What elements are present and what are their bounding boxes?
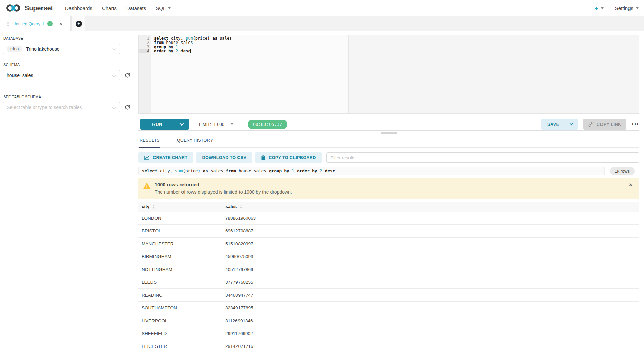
table-cell: 29911769902: [222, 327, 639, 340]
editor-code-lines: select city, sum(price) as salesfrom hou…: [154, 36, 639, 53]
close-tab-icon[interactable]: ✕: [59, 21, 63, 26]
editor-toolbar: RUN LIMIT: 1 000 00:00:05.37 SAVE: [138, 119, 639, 130]
close-alert-icon[interactable]: ✕: [629, 182, 633, 187]
create-chart-button[interactable]: CREATE CHART: [138, 152, 193, 163]
sort-icon[interactable]: [240, 205, 242, 209]
clipboard-icon: [261, 155, 265, 160]
query-timer: 00:00:05.37: [248, 120, 287, 129]
tab-untitled-query[interactable]: Untitled Query 1 ✓ ✕: [3, 16, 70, 31]
add-tab-button[interactable]: +: [72, 16, 85, 31]
run-button[interactable]: RUN: [140, 119, 189, 130]
create-chart-label: CREATE CHART: [153, 155, 187, 160]
nav-item-dashboards[interactable]: Dashboards: [60, 5, 97, 11]
download-csv-button[interactable]: DOWNLOAD TO CSV: [196, 152, 252, 163]
chevron-down-icon: [112, 104, 116, 110]
plus-icon: +: [595, 5, 598, 11]
brand-name: Superset: [25, 4, 53, 12]
code-line[interactable]: group by 1: [154, 45, 639, 49]
code-line[interactable]: select city, sum(price) as sales: [154, 36, 639, 40]
copy-clipboard-button[interactable]: COPY TO CLIPBOARD: [255, 152, 322, 163]
table-cell: 69612708887: [222, 224, 639, 237]
copy-link-button[interactable]: COPY LINK: [583, 119, 626, 130]
settings-menu[interactable]: Settings: [615, 5, 639, 11]
editor-code[interactable]: select city, sum(price) as salesfrom hou…: [151, 35, 639, 113]
table-cell: 29142071716: [222, 340, 639, 353]
refresh-schemas-button[interactable]: [124, 72, 131, 78]
table-cell: NOTTINGHAM: [138, 263, 222, 276]
table-cell: LEEDS: [138, 276, 222, 288]
sort-icon[interactable]: [152, 205, 155, 209]
code-line[interactable]: order by 2 desc: [154, 49, 639, 53]
more-actions-button[interactable]: •••: [632, 121, 639, 127]
table-cell: 37779768255: [222, 276, 639, 288]
run-options-caret[interactable]: [174, 119, 189, 130]
save-options-caret[interactable]: [565, 119, 578, 130]
nav-item-charts[interactable]: Charts: [97, 5, 121, 11]
tab-title: Untitled Query 1: [12, 21, 44, 26]
chevron-down-icon: [179, 123, 184, 126]
results-table: city sales LONDON788861960063BRISTOL6961…: [138, 202, 639, 353]
database-label: DATABASE: [3, 36, 134, 40]
query-tabstrip: Untitled Query 1 ✓ ✕ +: [0, 16, 644, 31]
copy-link-label: COPY LINK: [597, 122, 621, 127]
table-cell: 51510820997: [222, 237, 639, 250]
table-cell: 32349177895: [222, 301, 639, 314]
table-search-select[interactable]: Select table or type to search tables: [3, 102, 120, 112]
table-row: BIRMINGHAM45960075093: [138, 250, 639, 263]
save-label[interactable]: SAVE: [541, 119, 565, 130]
table-row: SHEFFIELD29911769902: [138, 327, 639, 340]
limit-label: LIMIT:: [199, 122, 211, 127]
line-number: 4: [139, 49, 149, 53]
table-row: BRISTOL69612708887: [138, 224, 639, 237]
filter-results-input[interactable]: [326, 152, 639, 163]
chart-icon: [144, 155, 150, 160]
schema-select[interactable]: house_sales: [3, 70, 120, 80]
table-cell: 788861960063: [222, 212, 639, 224]
column-header-sales[interactable]: sales: [222, 202, 639, 212]
results-tabbar: RESULTS QUERY HISTORY: [138, 134, 639, 148]
chevron-down-icon: [231, 123, 233, 125]
column-header-label: sales: [226, 204, 237, 209]
drag-handle-icon[interactable]: [7, 22, 9, 26]
table-cell: 45960075093: [222, 250, 639, 263]
splitter-drag-handle[interactable]: [381, 132, 397, 134]
tabstrip-lead: [0, 16, 3, 31]
navbar: Superset Dashboards Charts Datasets SQL …: [0, 0, 644, 16]
table-cell: SOUTHAMPTON: [138, 301, 222, 314]
database-type-pill: trino: [7, 46, 22, 52]
column-header-city[interactable]: city: [138, 202, 222, 212]
table-row: SOUTHAMPTON32349177895: [138, 301, 639, 314]
new-menu-button[interactable]: +: [595, 5, 604, 11]
table-row: MANCHESTER51510820997: [138, 237, 639, 250]
rows-limit-alert: ! 1000 rows returned The number of rows …: [138, 178, 639, 199]
database-select[interactable]: trino Trino lakehouse: [3, 44, 120, 54]
database-value: Trino lakehouse: [26, 46, 59, 52]
superset-logo[interactable]: Superset: [5, 4, 53, 12]
save-button[interactable]: SAVE: [541, 119, 578, 130]
run-label[interactable]: RUN: [140, 119, 174, 130]
table-row: READING34468947747: [138, 288, 639, 301]
table-cell: LIVERPOOL: [138, 314, 222, 327]
nav-links: Dashboards Charts Datasets SQL: [60, 5, 175, 11]
see-table-schema-label: SEE TABLE SCHEMA: [3, 95, 134, 99]
limit-dropdown[interactable]: LIMIT: 1 000: [199, 122, 233, 127]
infinity-logo-icon: [5, 4, 22, 12]
tab-query-history[interactable]: QUERY HISTORY: [176, 137, 214, 147]
editor-results-pane: 1234 select city, sum(price) as salesfro…: [138, 31, 639, 361]
editor-gutter: 1234: [139, 35, 151, 113]
table-cell: BRISTOL: [138, 224, 222, 237]
pane-divider: [138, 130, 639, 131]
table-cell: LEICESTER: [138, 340, 222, 353]
chevron-down-icon: [569, 123, 573, 126]
query-preview-row: select city, sum(price) as sales from ho…: [138, 167, 639, 175]
sql-editor[interactable]: 1234 select city, sum(price) as salesfro…: [138, 35, 639, 114]
tab-results[interactable]: RESULTS: [139, 137, 160, 148]
table-row: LIVERPOOL31126991346: [138, 314, 639, 327]
refresh-tables-button[interactable]: [124, 104, 131, 110]
nav-item-sql[interactable]: SQL: [151, 5, 175, 11]
table-cell: 40512797869: [222, 263, 639, 276]
refresh-icon: [124, 104, 131, 110]
code-line[interactable]: from house_sales: [154, 40, 639, 45]
nav-item-datasets[interactable]: Datasets: [121, 5, 151, 11]
chevron-down-icon: [168, 7, 171, 9]
